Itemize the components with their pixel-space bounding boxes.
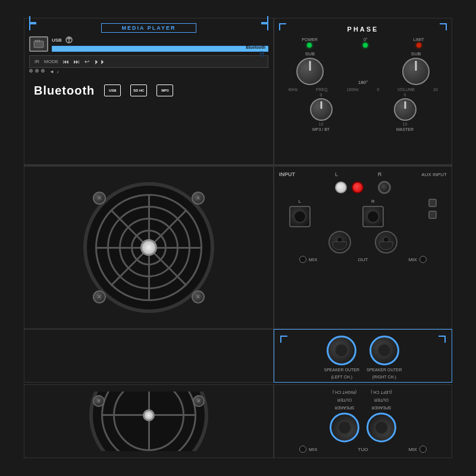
bottom-fan-partial: × × [24,384,274,458]
speaker-panel: SPEAKER OUTER (LEFT CH.) SPEAKER OUTER (… [274,329,452,383]
top-section: MEDIA PLAYER [24,18,452,166]
speaker-right-ch: (RIGHT CH.) [372,374,396,380]
right-bottom-mirror: SPEAKER OUTER (LEFT CH.) SPEAKER OUTER (… [274,384,452,458]
mp3bt-knob[interactable] [310,98,333,121]
fan-center-hub [140,239,157,256]
fan [83,182,214,313]
mirror-connector-right[interactable] [330,412,359,442]
speaker-section: SPEAKER OUTER (LEFT CH.) SPEAKER OUTER (… [24,329,452,383]
freq-label: FREQ. [316,87,328,92]
speaker-right-connector[interactable] [369,336,399,365]
bottom-mix-row: MIX TUO MIX [279,446,447,453]
jack-right-port[interactable] [362,206,384,227]
jack-left-port[interactable] [289,206,311,227]
media-player-label: MEDIA PLAYER [101,23,196,33]
jack-ports-row: L R [279,199,447,227]
bottom-mirror-section: × × SPEAKER OUTER (LEFT C [24,383,452,458]
screw-bottom-right [192,290,205,303]
sd-badge: SD HC [130,84,147,97]
screw-bottom-left [93,290,106,303]
svg-rect-1 [35,40,36,42]
mix-out-row: MIX OUT MIX [279,256,447,263]
volume-label: VOLUME [397,87,415,92]
vol-ten: 10 [433,87,438,92]
mix-port-left[interactable] [299,256,306,263]
rca-aux-black[interactable] [378,181,391,194]
bottom-mix-port-left[interactable] [299,446,306,453]
xlr-row [279,231,447,253]
freq-high-label: 160Hz [347,87,359,92]
screw-top-left [93,192,106,205]
sub-left-knob[interactable] [296,58,324,85]
speaker-left-label: SPEAKER OUTER [324,367,359,373]
phase-panel: PHASE POWER 0° LIMIT [274,18,452,165]
prev-button[interactable]: ⏮ [63,58,69,65]
aux-input-label: AUX INPUT [421,172,447,177]
xlr-left-port[interactable] [328,231,351,253]
repeat-button[interactable]: ↩ [84,58,89,65]
small-port-2[interactable] [428,211,437,219]
bluetooth-text: Bluetooth [246,45,265,49]
zero-deg-led [363,43,368,48]
freq-low-label: 40Hz [288,87,298,92]
master-knob[interactable] [394,98,416,121]
limit-label: LIMIT [414,37,424,42]
mp3-badge: MP3 [156,84,173,97]
left-bottom-panel [24,329,274,383]
sub-knob-row: SUB 180° SUB [279,51,447,85]
right-ch-label: R [378,171,382,177]
small-port-1[interactable] [428,199,437,207]
sd-card-slot[interactable] [29,36,48,52]
mix-left-label: MIX [309,257,317,262]
mirror-speaker-left: SPEAKER OUTER (LEFT CH.) [367,390,396,442]
mix-right-label: MIX [409,257,417,262]
rca-left-white[interactable] [335,181,347,193]
rca-connectors [279,181,447,194]
speaker-left-connector[interactable] [327,336,356,365]
mp3bt-group: 0 10 MP3 / BT [310,93,333,132]
middle-section: INPUT L R AUX INPUT L [24,166,452,328]
screw-bottom-tr: × [193,395,205,407]
play-button[interactable]: ⏵⏵ [94,58,106,65]
fan-panel [24,166,274,328]
sub-right-knob[interactable] [402,58,430,85]
jack-right-label: R [371,199,375,204]
sub-right-group: SUB [402,51,430,85]
bottom-mix-right: MIX [409,447,417,452]
bottom-mix-port-right[interactable] [419,446,427,453]
input-output-panel: INPUT L R AUX INPUT L [274,166,452,328]
bottom-mix-left: MIX [309,447,317,452]
mp3bt-label: MP3 / BT [312,127,330,132]
dot-2 [35,69,39,73]
limit-led [416,43,421,48]
deg-180-label: 180° [358,80,368,85]
usb-icon [65,36,73,43]
speaker-right-label: SPEAKER OUTER [367,367,402,373]
sub-left-group: SUB [296,51,324,85]
media-player-panel: MEDIA PLAYER [24,18,274,165]
speaker-left-ch: (LEFT CH.) [331,374,352,380]
master-label: MASTER [396,127,414,132]
small-ports [428,199,437,227]
rca-right-red[interactable] [352,181,364,193]
xlr-right-port[interactable] [375,231,397,253]
dot-1 [29,69,33,73]
svg-rect-3 [39,40,40,42]
sd-badge-icon: SD HC [130,84,147,96]
mix-port-right[interactable] [419,256,427,263]
speaker-connectors-row: SPEAKER OUTER (LEFT CH.) SPEAKER OUTER (… [280,336,446,381]
sub-right-label: SUB [411,51,421,57]
ir-controls: IR MODE ⏮ ⏭ ↩ ⏵⏵ [29,55,268,68]
bt-icons-row: Bluetooth USB SD HC [29,84,268,98]
power-led [307,43,312,48]
speaker-left-group: SPEAKER OUTER (LEFT CH.) [324,336,359,381]
zero-deg-label: 0° [364,37,368,42]
device-container: MEDIA PLAYER [0,0,476,476]
jack-left-label: L [299,199,301,204]
display-screen: ʙ Bluetooth [52,46,268,52]
bluetooth-main-label: Bluetooth [34,84,95,98]
next-button[interactable]: ⏭ [74,58,80,65]
mirror-label-left: SPEAKER [371,405,391,411]
input-label-row: INPUT L R AUX INPUT [279,171,447,177]
mirror-connector-left[interactable] [367,412,396,442]
